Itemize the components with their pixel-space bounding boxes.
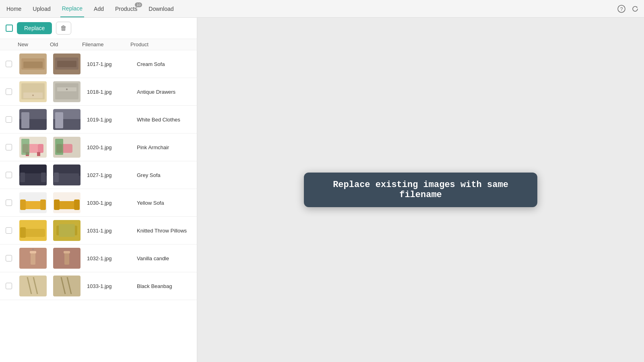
svg-point-11 [32,95,34,96]
filename-1: 1017-1.jpg [87,61,135,67]
col-filename: Filename [82,41,130,47]
table-row: 1030-1.jpg Yellow Sofa [0,189,197,217]
svg-rect-4 [23,62,43,68]
svg-rect-7 [57,61,76,67]
svg-rect-27 [37,152,40,156]
svg-rect-28 [21,139,29,155]
product-5: Grey Sofa [137,172,191,178]
table-row: 1033-1.jpg Black Beanbag [0,272,197,300]
thumb-new-1 [19,53,47,74]
tooltip-box: Replace existing images with same filena… [304,173,537,207]
thumb-new-4 [19,137,47,158]
row-checkbox-8[interactable] [6,255,12,261]
svg-rect-41 [54,173,59,182]
filename-2: 1018-1.jpg [87,89,135,95]
row-checkbox-5[interactable] [6,172,12,178]
question-icon: ? [617,5,625,13]
svg-rect-55 [59,224,75,237]
help-icon-button[interactable]: ? [617,5,625,13]
svg-rect-48 [54,200,60,210]
svg-rect-32 [55,139,63,155]
svg-rect-62 [64,251,70,253]
svg-rect-36 [20,173,25,182]
nav-icon-group: ? [617,5,639,13]
row-checkbox-2[interactable] [6,88,12,95]
svg-rect-45 [40,200,46,210]
toolbar: Replace 🗑 [0,18,197,39]
top-nav: Home Upload Replace Add Products 10 Down… [0,0,644,18]
svg-text:?: ? [620,6,623,12]
table-row: 1031-1.jpg Knitted Throw Pillows [0,217,197,245]
main-layout: Replace 🗑 New Old Filename Product [0,18,644,362]
thumb-new-7 [19,220,47,241]
table-row: 1018-1.jpg Antique Drawers [0,78,197,106]
thumb-old-5 [53,165,80,185]
row-checkbox-3[interactable] [6,116,12,123]
tooltip-text: Replace existing images with same filena… [333,180,508,200]
svg-rect-58 [30,251,36,253]
thumb-old-7 [53,220,80,241]
nav-add[interactable]: Add [92,1,105,17]
table-row: 1019-1.jpg White Bed Clothes [0,106,197,134]
svg-rect-21 [55,112,63,128]
thumb-old-4 [53,137,80,158]
row-checkbox-4[interactable] [6,144,12,150]
row-checkbox-1[interactable] [6,61,12,67]
product-4: Pink Armchair [137,144,191,150]
thumb-new-6 [19,192,47,213]
col-old: Old [50,41,82,47]
thumb-old-1 [53,53,80,74]
filename-3: 1019-1.jpg [87,117,135,123]
table-row: 1032-1.jpg Vanilla candle [0,245,197,272]
nav-products[interactable]: Products 10 [114,1,139,17]
thumb-old-6 [53,192,80,213]
col-product: Product [130,41,191,47]
nav-home[interactable]: Home [5,1,23,17]
product-2: Antique Drawers [137,89,191,95]
thumb-old-8 [53,248,80,269]
product-7: Knitted Throw Pillows [137,228,191,234]
svg-rect-57 [31,252,35,265]
table-row: 1020-1.jpg Pink Armchair [0,134,197,161]
thumb-new-9 [19,276,47,296]
table-body: 1017-1.jpg Cream Sofa 1018-1.jpg Antique… [0,50,197,362]
product-9: Black Beanbag [137,283,191,289]
filename-6: 1030-1.jpg [87,200,135,206]
svg-rect-49 [74,200,80,210]
product-8: Vanilla candle [137,255,191,261]
thumb-new-2 [19,81,47,102]
products-badge: 10 [135,2,142,7]
nav-replace[interactable]: Replace [60,0,84,17]
svg-point-15 [66,88,68,90]
select-all-checkbox[interactable] [6,25,13,32]
product-3: White Bed Clothes [137,117,191,123]
nav-download[interactable]: Download [147,1,175,17]
thumb-old-9 [53,276,80,296]
replace-button[interactable]: Replace [17,22,52,34]
product-6: Yellow Sofa [137,200,191,206]
refresh-icon [631,5,639,13]
svg-rect-52 [20,227,26,238]
filename-7: 1031-1.jpg [87,228,135,234]
svg-rect-61 [64,252,69,265]
col-new: New [18,41,50,47]
thumb-new-3 [19,109,47,130]
filename-4: 1020-1.jpg [87,144,135,150]
row-checkbox-6[interactable] [6,200,12,206]
nav-upload[interactable]: Upload [31,1,52,17]
svg-rect-25 [38,144,43,153]
svg-rect-63 [19,276,47,296]
delete-button[interactable]: 🗑 [56,22,71,35]
svg-rect-18 [21,112,29,128]
col-check [6,41,18,47]
filename-5: 1027-1.jpg [87,172,135,178]
svg-rect-66 [53,276,80,296]
filename-8: 1032-1.jpg [87,255,135,261]
row-checkbox-9[interactable] [6,283,12,289]
thumb-old-3 [53,109,80,130]
table-row: 1027-1.jpg Grey Sofa [0,161,197,189]
svg-rect-37 [41,173,46,182]
row-checkbox-7[interactable] [6,227,12,234]
table-header: New Old Filename Product [0,39,197,50]
refresh-icon-button[interactable] [631,5,639,13]
